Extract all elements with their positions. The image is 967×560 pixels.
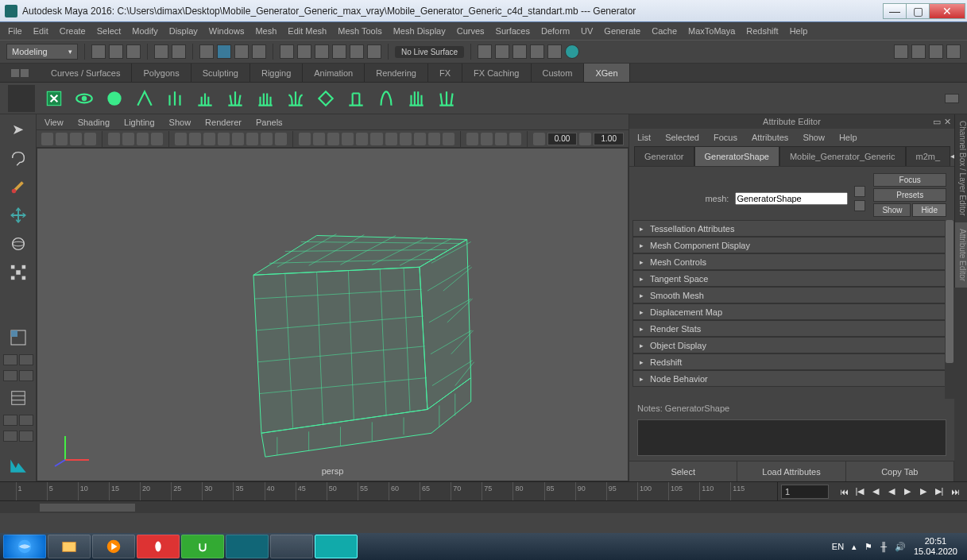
select-tool-icon[interactable]: ➤ bbox=[6, 118, 31, 141]
load-attributes-button[interactable]: Load Attributes bbox=[737, 462, 845, 481]
ae-menu-item[interactable]: Selected bbox=[665, 133, 699, 142]
ipr-icon[interactable] bbox=[495, 44, 509, 59]
vp-icon[interactable] bbox=[189, 133, 201, 145]
window-close-button[interactable]: ✕ bbox=[929, 3, 965, 19]
vp-icon[interactable] bbox=[495, 133, 507, 145]
menu-item[interactable]: Display bbox=[169, 26, 198, 36]
paint-select-tool-icon[interactable] bbox=[6, 175, 31, 199]
shelf-scroll-up-icon[interactable] bbox=[945, 94, 959, 103]
shelf-tab[interactable]: Sculpting bbox=[191, 64, 250, 82]
vp-icon[interactable] bbox=[299, 133, 311, 145]
menu-item[interactable]: Modify bbox=[132, 26, 157, 36]
window-maximize-button[interactable]: ▢ bbox=[906, 3, 930, 19]
xgen-eye-icon[interactable] bbox=[73, 87, 95, 110]
xgen-tool-icon[interactable] bbox=[164, 87, 186, 110]
menu-item[interactable]: Redshift bbox=[746, 26, 778, 36]
taskbar-app-explorer[interactable] bbox=[48, 535, 91, 558]
layout-preset-icon[interactable] bbox=[3, 354, 17, 365]
taskbar-app-utorrent[interactable] bbox=[181, 535, 224, 558]
ae-section[interactable]: Mesh Controls bbox=[632, 253, 946, 270]
xgen-tool-icon[interactable] bbox=[284, 87, 307, 110]
vp-icon[interactable] bbox=[84, 133, 96, 145]
ae-section[interactable]: Redshift bbox=[632, 353, 946, 370]
vp-icon[interactable] bbox=[41, 133, 53, 145]
layout-preset-icon[interactable] bbox=[19, 354, 33, 365]
taskbar-app[interactable] bbox=[270, 535, 313, 558]
ae-tab[interactable]: m2m_ bbox=[906, 146, 951, 166]
vp-icon[interactable] bbox=[370, 133, 382, 145]
menu-item[interactable]: Mesh Tools bbox=[338, 26, 381, 36]
select-button[interactable]: Select bbox=[629, 462, 737, 481]
taskbar-app-ie[interactable] bbox=[3, 535, 46, 558]
ae-tab[interactable]: Mobile_Generator_Generic bbox=[779, 146, 906, 166]
step-back-key-icon[interactable]: |◀ bbox=[853, 485, 867, 499]
render-view-icon[interactable] bbox=[547, 44, 562, 59]
vp-menu-item[interactable]: Show bbox=[169, 118, 191, 127]
snap-curve-icon[interactable] bbox=[234, 44, 249, 59]
vp-icon[interactable] bbox=[466, 133, 478, 145]
shelf-tab[interactable]: FX Caching bbox=[462, 64, 531, 82]
xgen-tool-icon[interactable] bbox=[254, 87, 277, 110]
shelf-tab[interactable]: Custom bbox=[532, 64, 585, 82]
menu-item[interactable]: File bbox=[8, 26, 22, 36]
panel-layout-icon[interactable] bbox=[911, 44, 926, 59]
ae-section[interactable]: Displacement Map bbox=[632, 303, 946, 320]
vp-icon[interactable] bbox=[327, 133, 339, 145]
menu-item[interactable]: Mesh bbox=[255, 26, 277, 36]
vp-icon[interactable] bbox=[232, 133, 244, 145]
ae-menu-item[interactable]: Attributes bbox=[752, 133, 788, 142]
menu-item[interactable]: Windows bbox=[209, 26, 245, 36]
tray-network-icon[interactable]: ╫ bbox=[880, 542, 887, 551]
construction-icon[interactable] bbox=[315, 44, 329, 59]
tray-flag-icon[interactable]: ⚑ bbox=[864, 542, 872, 552]
xgen-tool-icon[interactable] bbox=[224, 87, 246, 110]
construction-icon[interactable] bbox=[367, 44, 381, 59]
menu-item[interactable]: Curves bbox=[457, 26, 485, 36]
ae-section[interactable]: Tangent Space bbox=[632, 270, 946, 287]
shelf-tab[interactable]: Rigging bbox=[250, 64, 303, 82]
go-to-end-icon[interactable]: ⏭ bbox=[948, 485, 962, 499]
construction-icon[interactable] bbox=[280, 44, 294, 59]
scrollbar[interactable] bbox=[945, 220, 954, 399]
shelf-tab[interactable]: Polygons bbox=[132, 64, 191, 82]
presets-button[interactable]: Presets bbox=[873, 188, 946, 202]
viewport-exposure-field[interactable]: 0.00 bbox=[547, 133, 578, 145]
tray-up-icon[interactable]: ▴ bbox=[852, 542, 857, 552]
layout-tool-icon[interactable] bbox=[6, 326, 31, 350]
ae-section[interactable]: Object Display bbox=[632, 337, 946, 353]
channel-box-tab[interactable]: Channel Box / Layer Editor bbox=[954, 114, 967, 222]
taskbar-app-opera[interactable] bbox=[137, 535, 180, 558]
focus-button[interactable]: Focus bbox=[873, 173, 946, 187]
workspace-mode-dropdown[interactable]: Modeling bbox=[6, 44, 78, 60]
layout-preset-icon[interactable] bbox=[3, 370, 17, 381]
ae-tab[interactable]: GeneratorShape bbox=[694, 146, 779, 166]
vp-icon[interactable] bbox=[481, 133, 493, 145]
vp-icon[interactable] bbox=[246, 133, 258, 145]
xgen-tool-icon[interactable] bbox=[405, 87, 427, 110]
render-settings-icon[interactable] bbox=[513, 44, 527, 59]
vp-menu-item[interactable]: View bbox=[44, 118, 64, 127]
taskbar-app-3dsmax[interactable] bbox=[226, 535, 269, 558]
ae-menu-item[interactable]: Focus bbox=[714, 133, 737, 142]
xgen-tool-icon[interactable] bbox=[194, 87, 216, 110]
xgen-icon[interactable] bbox=[43, 87, 65, 110]
window-minimize-button[interactable]: — bbox=[883, 3, 907, 19]
layout-preset-icon[interactable] bbox=[3, 431, 17, 442]
shelf-tab[interactable]: Curves / Surfaces bbox=[40, 64, 132, 82]
notes-field[interactable] bbox=[637, 419, 946, 456]
taskbar-app-maya[interactable] bbox=[315, 535, 358, 558]
ae-menu-item[interactable]: Show bbox=[803, 133, 825, 142]
current-frame-field[interactable]: 1 bbox=[781, 485, 829, 499]
ae-section[interactable]: Render Stats bbox=[632, 320, 946, 337]
menu-item[interactable]: Mesh Display bbox=[393, 26, 446, 36]
vp-icon[interactable] bbox=[56, 133, 68, 145]
undo-icon[interactable] bbox=[154, 44, 168, 59]
menu-item[interactable]: Deform bbox=[541, 26, 570, 36]
attribute-editor-tab[interactable]: Attribute Editor bbox=[954, 222, 967, 288]
select-tool-icon[interactable] bbox=[199, 44, 214, 59]
hide-button[interactable]: Hide bbox=[912, 203, 946, 217]
play-back-icon[interactable]: ◀ bbox=[884, 485, 899, 499]
vp-icon[interactable] bbox=[385, 133, 397, 145]
play-forward-icon[interactable]: ▶ bbox=[900, 485, 915, 499]
xgen-tool-icon[interactable] bbox=[345, 87, 367, 110]
